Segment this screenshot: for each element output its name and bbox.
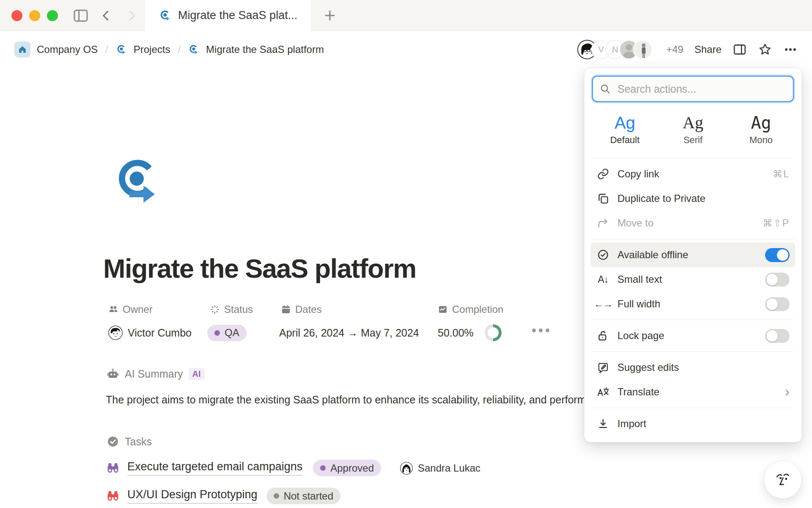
tab-page-icon	[159, 9, 172, 22]
binoculars-icon	[106, 461, 120, 475]
full-width-toggle[interactable]	[765, 297, 790, 311]
menu-item-translate[interactable]: Translate ›	[591, 380, 795, 404]
task-status-pill[interactable]: Not started	[266, 488, 340, 504]
font-label: Default	[610, 135, 640, 146]
check-circle-icon	[107, 435, 119, 448]
menu-item-small-text[interactable]: A↓ Small text	[591, 267, 795, 292]
check-circle-outline-icon	[596, 248, 610, 261]
ai-summary-text: The project aims to migrate the existing…	[106, 394, 586, 406]
status-dot-icon	[320, 465, 326, 471]
font-style-picker: Ag Default Ag Serif Ag Mono	[591, 105, 795, 155]
traffic-lights	[11, 10, 58, 21]
task-status-pill[interactable]: Approved	[313, 460, 381, 476]
ai-face-icon	[773, 469, 793, 490]
menu-item-available-offline[interactable]: Available offline	[591, 243, 795, 267]
status-spinner-icon	[210, 304, 220, 315]
property-dates-label: Dates	[281, 302, 419, 317]
zoom-window-button[interactable]	[47, 10, 58, 21]
ai-summary-header: AI Summary AI	[107, 367, 205, 380]
avatar-overflow-count[interactable]: +49	[666, 44, 683, 55]
link-icon	[596, 168, 610, 180]
font-sample: Ag	[683, 114, 703, 131]
tasks-header: Tasks	[107, 435, 152, 448]
calendar-icon	[281, 304, 291, 315]
menu-item-suggest-edits[interactable]: Suggest edits	[591, 355, 795, 380]
projects-icon	[116, 44, 127, 55]
home-icon[interactable]	[14, 41, 30, 58]
people-icon	[108, 304, 118, 315]
suggest-edits-icon	[596, 361, 610, 374]
header-actions: V N +49 Share	[577, 40, 798, 59]
menu-item-duplicate[interactable]: Duplicate to Private	[591, 186, 795, 211]
open-side-panel-icon[interactable]	[732, 42, 747, 57]
menu-divider	[592, 158, 794, 158]
collaborator-avatars[interactable]: V N	[577, 40, 653, 59]
task-assignee[interactable]: Sandra Lukac	[400, 462, 480, 475]
ai-summary-label: AI Summary	[125, 368, 183, 380]
breadcrumb-separator: /	[105, 44, 108, 55]
font-sample: Ag	[614, 114, 635, 131]
new-tab-button[interactable]: +	[318, 3, 342, 28]
font-option-serif[interactable]: Ag Serif	[659, 105, 727, 155]
task-link[interactable]: Execute targeted email campaigns	[127, 460, 302, 476]
page-properties: Owner Victor Cumbo	[103, 302, 577, 349]
share-button[interactable]: Share	[694, 44, 721, 55]
more-properties-icon[interactable]	[532, 329, 549, 332]
property-dates-value[interactable]: April 26, 2024 → May 7, 2024	[279, 323, 419, 342]
breadcrumb-item-projects[interactable]: Projects	[134, 44, 170, 55]
property-completion-value[interactable]: 50.00%	[438, 323, 503, 342]
small-text-icon: A↓	[596, 274, 610, 285]
shortcut-label: ⌘L	[773, 168, 790, 180]
tasks-label: Tasks	[125, 436, 152, 448]
font-option-mono[interactable]: Ag Mono	[727, 105, 795, 155]
close-window-button[interactable]	[11, 10, 22, 21]
full-width-icon: ←→	[596, 298, 610, 310]
ai-badge: AI	[189, 368, 205, 380]
sidebar-toggle-icon[interactable]	[73, 8, 89, 24]
back-icon[interactable]	[99, 8, 113, 23]
page-header: Company OS / Projects / Migrate the SaaS…	[0, 31, 812, 68]
browser-tab[interactable]: Migrate the SaaS plat...	[144, 0, 312, 31]
property-completion-label: Completion	[438, 302, 503, 317]
avatar[interactable]	[633, 40, 653, 59]
search-input[interactable]	[617, 83, 787, 96]
font-label: Serif	[683, 135, 702, 146]
font-option-default[interactable]: Ag Default	[591, 105, 659, 155]
minimize-window-button[interactable]	[29, 10, 40, 21]
breadcrumb-item-current-page[interactable]: Migrate the SaaS platform	[206, 44, 324, 55]
menu-item-import[interactable]: Import	[591, 411, 795, 436]
status-pill: QA	[207, 325, 247, 341]
unlock-icon	[596, 329, 610, 342]
ai-assistant-button[interactable]	[764, 461, 802, 499]
breadcrumb-separator: /	[178, 44, 181, 55]
search-actions-field[interactable]	[592, 76, 794, 102]
page-icon[interactable]	[111, 154, 165, 213]
small-text-toggle[interactable]	[765, 273, 790, 287]
menu-divider	[592, 320, 794, 320]
page-cycle-icon	[188, 44, 200, 55]
more-options-icon[interactable]	[783, 42, 798, 57]
window-titlebar: Migrate the SaaS plat... +	[0, 0, 812, 31]
task-link[interactable]: UX/UI Design Prototyping	[127, 488, 258, 504]
menu-item-copy-link[interactable]: Copy link ⌘L	[591, 162, 795, 186]
lock-page-toggle[interactable]	[765, 329, 790, 343]
menu-divider	[592, 239, 794, 239]
completion-ring	[485, 324, 502, 341]
menu-divider	[592, 408, 794, 408]
menu-item-full-width[interactable]: ←→ Full width	[591, 292, 795, 316]
menu-item-lock-page[interactable]: Lock page	[591, 323, 795, 348]
property-owner-value[interactable]: Victor Cumbo	[108, 323, 192, 342]
favorite-star-icon[interactable]	[758, 42, 772, 57]
menu-item-move-to[interactable]: Move to ⌘⇧P	[591, 211, 795, 235]
duplicate-icon	[596, 192, 610, 205]
property-status-value[interactable]: QA	[207, 323, 253, 342]
task-row: Execute targeted email campaigns Approve…	[106, 460, 480, 476]
status-dot-icon	[214, 330, 220, 336]
translate-icon	[596, 386, 610, 398]
available-offline-toggle[interactable]	[765, 248, 790, 262]
owner-avatar	[108, 326, 123, 340]
forward-icon[interactable]	[124, 8, 139, 23]
chevron-right-icon: ›	[785, 384, 790, 398]
breadcrumb-item-workspace[interactable]: Company OS	[37, 44, 98, 55]
page-title[interactable]: Migrate the SaaS platform	[103, 253, 416, 284]
